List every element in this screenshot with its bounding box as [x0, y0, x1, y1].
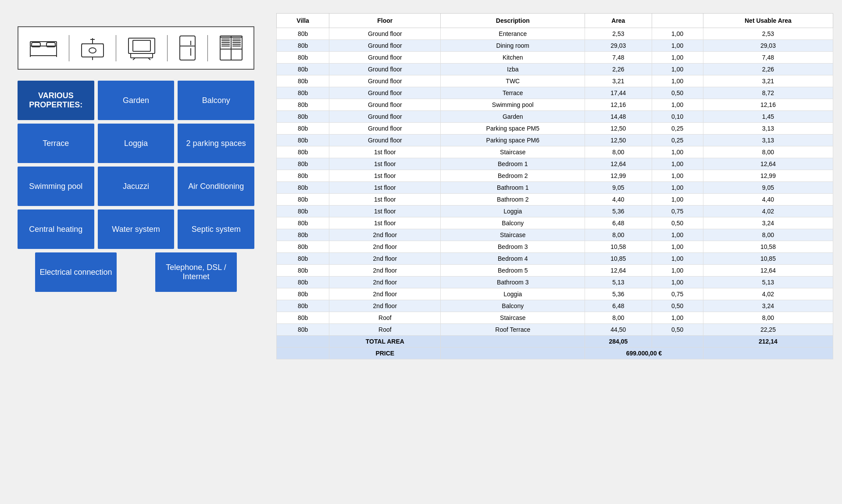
- table-cell: 2nd floor: [329, 229, 441, 241]
- table-cell: Enterance: [441, 28, 585, 40]
- table-cell: 1,00: [652, 146, 703, 158]
- table-cell: 7,48: [585, 52, 652, 64]
- table-cell: 29,03: [585, 40, 652, 52]
- table-cell: 80b: [277, 99, 329, 111]
- table-cell: Parking space PM5: [441, 123, 585, 135]
- property-air-conditioning: Air Conditioning: [178, 167, 254, 206]
- table-cell: 1,00: [652, 64, 703, 75]
- table-cell: 1st floor: [329, 194, 441, 206]
- col-area: Area: [585, 14, 652, 28]
- table-cell: 8,00: [703, 146, 833, 158]
- table-cell: Bedroom 5: [441, 265, 585, 277]
- table-cell: 10,85: [703, 253, 833, 265]
- table-cell: 12,64: [703, 158, 833, 170]
- table-cell: 5,13: [585, 277, 652, 288]
- table-row: 80b1st floorBedroom 212,991,0012,99: [277, 170, 833, 182]
- table-row: 80bGround floorGarden14,480,101,45: [277, 111, 833, 123]
- table-cell: 1,00: [652, 265, 703, 277]
- table-row: 80b2nd floorLoggia5,360,754,02: [277, 288, 833, 300]
- table-cell: Bathroom 3: [441, 277, 585, 288]
- table-cell: 1,00: [652, 182, 703, 194]
- tv-stand-icon: [126, 36, 157, 60]
- table-cell: Bathroom 1: [441, 182, 585, 194]
- property-parking: 2 parking spaces: [178, 124, 254, 163]
- total-label: TOTAL AREA: [329, 336, 441, 348]
- table-cell: 1st floor: [329, 158, 441, 170]
- table-cell: Bedroom 1: [441, 158, 585, 170]
- total-empty: [441, 336, 585, 348]
- col-description: Description: [441, 14, 585, 28]
- table-cell: Bedroom 4: [441, 253, 585, 265]
- bottom-properties-grid: Electrical connection Telephone, DSL / I…: [18, 252, 254, 292]
- table-cell: Kitchen: [441, 52, 585, 64]
- total-empty2: [652, 336, 703, 348]
- table-cell: 1,00: [652, 194, 703, 206]
- table-cell: 8,72: [703, 87, 833, 99]
- table-cell: 80b: [277, 135, 329, 146]
- property-balcony: Balcony: [178, 81, 254, 120]
- property-jacuzzi: Jacuzzi: [98, 167, 175, 206]
- table-cell: 6,48: [585, 300, 652, 312]
- table-cell: 1,00: [652, 40, 703, 52]
- price-empty1: [277, 348, 329, 359]
- table-row: 80bGround floorParking space PM612,500,2…: [277, 135, 833, 146]
- property-terrace: Terrace: [18, 124, 94, 163]
- table-cell: Loggia: [441, 206, 585, 217]
- table-cell: TWC: [441, 75, 585, 87]
- table-cell: 12,64: [585, 158, 652, 170]
- table-cell: 2,26: [585, 64, 652, 75]
- table-row: 80b1st floorBedroom 112,641,0012,64: [277, 158, 833, 170]
- table-row: 80b2nd floorBedroom 310,581,0010,58: [277, 241, 833, 253]
- total-area: 284,05: [585, 336, 652, 348]
- table-cell: 0,25: [652, 123, 703, 135]
- table-cell: Parking space PM6: [441, 135, 585, 146]
- table-row: 80bGround floorParking space PM512,500,2…: [277, 123, 833, 135]
- table-cell: 80b: [277, 253, 329, 265]
- table-cell: Swimming pool: [441, 99, 585, 111]
- table-cell: Ground floor: [329, 99, 441, 111]
- table-cell: Dining room: [441, 40, 585, 52]
- table-cell: Ground floor: [329, 28, 441, 40]
- table-cell: 8,00: [703, 229, 833, 241]
- table-cell: 2,53: [585, 28, 652, 40]
- table-cell: 80b: [277, 324, 329, 336]
- property-telephone: Telephone, DSL / Internet: [155, 252, 237, 292]
- table-cell: 2nd floor: [329, 253, 441, 265]
- table-cell: 4,02: [703, 288, 833, 300]
- properties-grid: VARIOUS PROPERTIES: Garden Balcony Terra…: [18, 81, 254, 249]
- col-factor: [652, 14, 703, 28]
- table-cell: Ground floor: [329, 123, 441, 135]
- table-cell: 1st floor: [329, 206, 441, 217]
- table-row: 80bGround floorIzba2,261,002,26: [277, 64, 833, 75]
- table-cell: 7,48: [703, 52, 833, 64]
- table-cell: 2nd floor: [329, 265, 441, 277]
- table-cell: 2nd floor: [329, 300, 441, 312]
- table-cell: 1,00: [652, 229, 703, 241]
- table-cell: 80b: [277, 158, 329, 170]
- table-cell: Izba: [441, 64, 585, 75]
- svg-rect-17: [131, 53, 153, 58]
- table-cell: 17,44: [585, 87, 652, 99]
- table-cell: Loggia: [441, 288, 585, 300]
- table-cell: 12,99: [585, 170, 652, 182]
- table-cell: 1,00: [652, 158, 703, 170]
- table-cell: 0,75: [652, 288, 703, 300]
- col-net-usable-area: Net Usable Area: [703, 14, 833, 28]
- table-cell: 1,45: [703, 111, 833, 123]
- sink-icon: [79, 36, 106, 60]
- table-cell: 0,50: [652, 324, 703, 336]
- table-cell: 1st floor: [329, 182, 441, 194]
- table-cell: 1,00: [652, 28, 703, 40]
- table-cell: 3,13: [703, 135, 833, 146]
- table-cell: 80b: [277, 277, 329, 288]
- table-cell: 80b: [277, 182, 329, 194]
- bed-icon: [28, 37, 59, 59]
- table-cell: 3,21: [703, 75, 833, 87]
- table-cell: 80b: [277, 206, 329, 217]
- table-cell: Balcony: [441, 217, 585, 229]
- table-row: 80b1st floorBathroom 19,051,009,05: [277, 182, 833, 194]
- table-cell: 12,16: [585, 99, 652, 111]
- table-row: 80b1st floorLoggia5,360,754,02: [277, 206, 833, 217]
- price-value: 699.000,00 €: [585, 348, 703, 359]
- table-cell: Ground floor: [329, 75, 441, 87]
